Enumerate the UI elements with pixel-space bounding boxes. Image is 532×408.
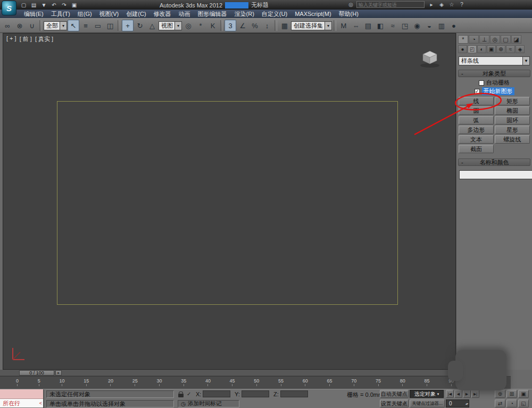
curve-editor-icon[interactable]: ≈ [387,20,398,31]
zoom-icon[interactable]: ⊕ [495,390,505,398]
select-and-scale-icon[interactable]: △ [146,20,158,31]
front-viewport[interactable]: [ + ] [ 前 ] [ 真实 ] [3,33,456,370]
use-pivot-center-icon[interactable]: ◎ [182,20,194,31]
angle-snap-icon[interactable]: ∠ [237,20,248,31]
next-frame-nub[interactable]: ▸ [55,370,62,376]
star-button[interactable]: 星形 [495,126,530,134]
communication-center-icon[interactable]: ◈ [438,2,445,7]
orbit-icon[interactable]: ◔ [506,399,517,407]
viewcube-home-icon[interactable] [418,49,442,69]
favorites-star-icon[interactable]: ☆ [448,2,455,7]
object-type-rollout-header[interactable]: - 对象类型 [458,70,530,77]
motion-tab[interactable]: ◎ [490,35,500,44]
play-animation-button[interactable]: ▶ [463,390,471,398]
new-scene-icon[interactable]: ▢ [19,1,28,9]
undo-icon[interactable]: ↶ [49,1,59,9]
auto-key-button[interactable]: 自动关键点 [380,390,409,398]
menu-item[interactable]: 图形编辑器 [194,10,231,18]
viewport-general-menu[interactable]: [ + ] [6,35,16,43]
bind-to-space-warp-icon[interactable]: ∪ [26,20,38,31]
rectangle-spline[interactable] [57,101,398,305]
project-folder-icon[interactable]: ▣ [70,1,79,9]
x-coord-field[interactable] [203,390,230,397]
absolute-mode-icon[interactable]: ✓ [187,391,191,397]
percent-snap-icon[interactable]: % [249,20,261,31]
helpers-category-icon[interactable]: ⊕ [496,45,505,53]
space-warps-category-icon[interactable]: ≈ [506,45,515,53]
select-and-link-icon[interactable]: ∞ [2,20,13,31]
rectangular-selection-icon[interactable]: ▭ [92,20,104,31]
systems-category-icon[interactable]: ◈ [516,45,525,53]
unlink-selection-icon[interactable]: ⊗ [14,20,26,31]
circle-button[interactable]: 圆 [459,106,494,115]
autogrid-checkbox[interactable] [479,80,484,86]
listener-scroll-icon[interactable]: < [39,401,42,406]
select-object-icon[interactable]: ↖ [68,20,79,31]
key-filters-button[interactable]: 关键点过滤器... [410,399,445,407]
menu-item[interactable]: 渲染(R) [231,10,258,18]
menu-item[interactable]: 动画 [175,10,194,18]
selected-dropdown[interactable]: 选定对象 [410,390,444,398]
current-frame-field[interactable]: 0 ▴▾ [446,399,469,407]
render-setup-icon[interactable]: ◒ [423,20,435,31]
add-time-tag[interactable]: ◷ 添加时间标记 [178,400,239,407]
previous-frame-button[interactable]: ◀ [454,390,462,398]
rectangle-button[interactable]: 矩形 [495,97,530,105]
material-editor-icon[interactable]: ◉ [411,20,423,31]
menu-item[interactable]: 组(G) [74,10,96,18]
snaps-toggle-icon[interactable]: 3 [225,20,236,31]
save-file-icon[interactable]: ▼ [39,1,48,9]
mirror-icon[interactable]: M [338,20,350,31]
align-icon[interactable]: ⇔ [350,20,362,31]
graphite-ribbon-icon[interactable]: ◧ [375,20,386,31]
menu-item[interactable]: 自定义(U) [258,10,291,18]
keyboard-override-icon[interactable]: K [207,20,219,31]
macro-recorder-pane[interactable] [0,389,43,399]
key-filter-check-icon[interactable]: ✓ [403,401,407,406]
dropdown-arrow-icon[interactable]: ▼ [522,57,529,65]
hierarchy-tab[interactable]: ⊥ [479,35,489,44]
text-button[interactable]: 文本 [459,135,494,144]
named-sets-dropdown[interactable]: 创建选择集 [291,21,332,30]
spline-category-dropdown[interactable]: 样条线 ▼ [459,56,530,65]
spinner-arrows-icon[interactable]: ▴▾ [466,402,468,405]
reference-coordinate-dropdown[interactable]: 视图 [159,21,182,30]
ellipse-button[interactable]: 椭圆 [495,106,530,115]
lights-category-icon[interactable]: ◐ [477,45,486,53]
ngon-button[interactable]: 多边形 [459,126,494,134]
menu-item[interactable]: 帮助(H) [335,10,362,18]
utilities-tab[interactable]: ◪ [511,35,521,44]
start-new-shape-checkbox[interactable]: ✓ [475,89,480,94]
rendered-frame-icon[interactable]: ▥ [436,20,447,31]
app-logo-icon[interactable]: S [2,1,16,15]
select-and-move-icon[interactable]: + [122,20,134,31]
zoom-region-icon[interactable]: ▣ [518,390,529,398]
viewport-pov-menu[interactable]: [ 前 ] [20,35,32,43]
layer-manager-icon[interactable]: ▤ [362,20,374,31]
menu-item[interactable]: 编辑(E) [20,10,47,18]
menu-item[interactable]: 工具(T) [47,10,74,18]
viewport-shading-menu[interactable]: [ 真实 ] [35,35,53,43]
redo-icon[interactable]: ↷ [60,1,69,9]
pan-icon[interactable]: ⇄ [495,399,505,407]
menu-item[interactable]: 视图(V) [96,10,123,18]
arc-button[interactable]: 弧 [459,116,494,124]
object-name-input[interactable] [459,170,532,179]
time-slider-track[interactable]: 0 / 100 ▸ [0,370,456,376]
listener-pane[interactable]: 所在行 < [0,399,43,407]
go-to-start-button[interactable]: |◀ [446,390,454,398]
z-coord-field[interactable] [280,390,308,397]
zoom-extents-icon[interactable]: ⊞ [506,390,517,398]
time-slider-handle[interactable]: 0 / 100 [19,370,54,376]
render-production-icon[interactable]: ● [448,20,460,31]
menu-item[interactable]: 修改器 [150,10,175,18]
y-coord-field[interactable] [242,390,269,397]
track-bar[interactable]: 0510152025303540455055606570758085909510… [0,376,511,389]
donut-button[interactable]: 圆环 [495,116,530,124]
display-tab[interactable]: ▢ [501,35,511,44]
line-button[interactable]: 线 [459,97,494,105]
modify-tab[interactable]: ◔ [469,35,479,44]
select-by-name-icon[interactable]: ≡ [80,20,92,31]
select-and-manipulate-icon[interactable]: * [195,20,206,31]
helix-button[interactable]: 螺旋线 [495,135,530,144]
